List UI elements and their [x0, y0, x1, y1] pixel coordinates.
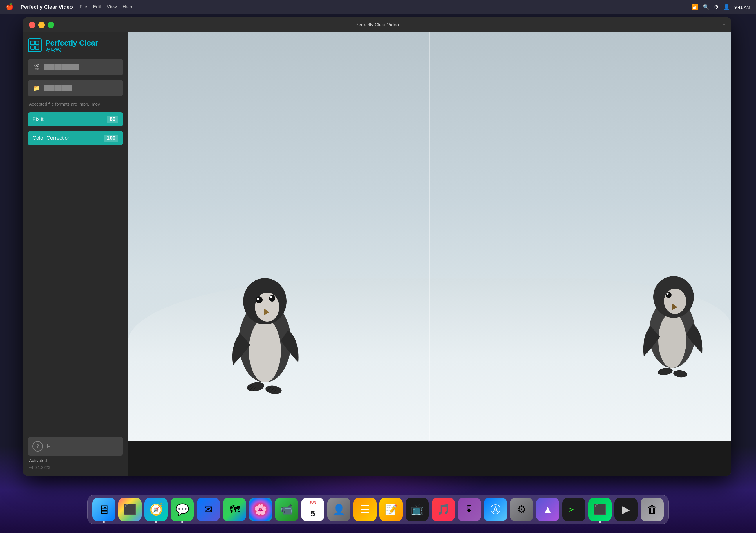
- dock-photos[interactable]: 🌸: [249, 498, 272, 521]
- logo-subtitle: By EyeQ: [45, 47, 98, 52]
- file-format-text: Accepted file formats are .mp4, .mov: [28, 101, 123, 108]
- logo-area: Perfectly Clear By EyeQ: [28, 38, 123, 55]
- dock-music[interactable]: 🎵: [432, 498, 455, 521]
- window-titlebar: Perfectly Clear Video ↑: [23, 17, 731, 33]
- color-correction-value: 100: [104, 135, 118, 142]
- status-text: Activated: [28, 458, 123, 463]
- fix-it-label: Fix it: [33, 116, 43, 122]
- dock-reminders[interactable]: ☰: [353, 498, 377, 521]
- dock-notes[interactable]: 📝: [379, 498, 403, 521]
- svg-rect-2: [31, 46, 34, 49]
- dock-screen-capture[interactable]: ⬛: [588, 498, 611, 521]
- menu-items: File Edit View Help: [80, 4, 132, 10]
- output-folder-button[interactable]: 📁 ████████: [28, 80, 123, 96]
- dock-calendar[interactable]: JUN 5: [301, 498, 324, 521]
- wifi-icon: 📶: [692, 4, 698, 10]
- svg-point-11: [270, 296, 272, 298]
- sidebar: Perfectly Clear By EyeQ 🎬 ██████████ 📁 █…: [23, 33, 128, 476]
- menu-item[interactable]: File: [80, 4, 87, 10]
- svg-rect-0: [31, 41, 34, 45]
- dock-finder[interactable]: 🖥: [92, 498, 116, 521]
- dock-facetime[interactable]: 📹: [275, 498, 298, 521]
- user-icon[interactable]: 👤: [723, 4, 730, 10]
- svg-point-19: [666, 293, 668, 295]
- svg-point-8: [256, 296, 262, 303]
- svg-point-18: [666, 292, 672, 298]
- time-display: 9:41 AM: [734, 5, 750, 10]
- titlebar-right: ↑: [723, 22, 725, 28]
- svg-rect-1: [35, 41, 39, 45]
- dock-appstore[interactable]: Ⓐ: [484, 498, 507, 521]
- svg-point-9: [257, 298, 259, 300]
- help-extra-icon: 🏳: [46, 444, 51, 449]
- import-video-button[interactable]: 🎬 ██████████: [28, 59, 123, 75]
- app-menu-name[interactable]: Perfectly Clear Video: [21, 4, 73, 10]
- svg-point-15: [658, 313, 686, 368]
- logo-title: Perfectly Clear: [45, 39, 98, 47]
- logo-icon: [28, 38, 42, 52]
- dock-webm-player[interactable]: ▶: [614, 498, 638, 521]
- color-correction-slider[interactable]: Color Correction 100: [28, 131, 123, 145]
- svg-point-20: [657, 367, 673, 376]
- sidebar-bottom: ? 🏳 Activated v4.0.1.2223: [28, 437, 123, 470]
- dock-launchpad[interactable]: ⬛: [118, 498, 142, 521]
- help-icon: ?: [33, 441, 43, 451]
- svg-point-13: [265, 385, 282, 395]
- dock-altair[interactable]: ▲: [536, 498, 559, 521]
- dock-appletv[interactable]: 📺: [406, 498, 429, 521]
- close-button[interactable]: [29, 22, 35, 28]
- dock-contacts[interactable]: 👤: [327, 498, 350, 521]
- menu-item[interactable]: Help: [123, 4, 132, 10]
- color-correction-label: Color Correction: [33, 135, 70, 141]
- bottom-bar: [128, 441, 731, 476]
- dock-podcasts[interactable]: 🎙: [458, 498, 481, 521]
- window-controls: [29, 22, 54, 28]
- logo-text: Perfectly Clear By EyeQ: [45, 39, 98, 52]
- search-menubar-icon[interactable]: 🔍: [703, 4, 709, 10]
- svg-point-21: [673, 369, 688, 378]
- dock-mail[interactable]: ✉: [197, 498, 220, 521]
- main-content: [128, 33, 731, 476]
- finder-active-dot: [103, 521, 105, 523]
- video-divider: [429, 33, 430, 441]
- window-body: Perfectly Clear By EyeQ 🎬 ██████████ 📁 █…: [23, 33, 731, 476]
- calendar-day: 5: [301, 509, 324, 519]
- maximize-button[interactable]: [47, 22, 54, 28]
- dock-terminal[interactable]: >_: [562, 498, 585, 521]
- version-text: v4.0.1.2223: [28, 465, 123, 470]
- apple-menu-icon[interactable]: 🍎: [6, 3, 14, 11]
- folder-icon: 📁: [33, 85, 40, 92]
- upload-icon: ↑: [723, 22, 725, 28]
- svg-point-10: [269, 295, 275, 302]
- dock-messages[interactable]: 💬: [171, 498, 194, 521]
- camera-icon: 🎬: [33, 64, 40, 71]
- window-title: Perfectly Clear Video: [355, 22, 399, 28]
- fix-it-slider[interactable]: Fix it 80: [28, 112, 123, 126]
- dock-trash[interactable]: 🗑: [640, 498, 664, 521]
- dock-system-preferences[interactable]: ⚙: [510, 498, 533, 521]
- fix-it-value: 80: [107, 116, 118, 123]
- main-window: Perfectly Clear Video ↑ Perfectly Cle: [23, 17, 731, 476]
- dock-safari[interactable]: 🧭: [145, 498, 168, 521]
- output-folder-label: ████████: [44, 85, 118, 91]
- help-row[interactable]: ? 🏳: [28, 437, 123, 456]
- svg-point-5: [249, 319, 281, 383]
- import-video-label: ██████████: [44, 65, 118, 70]
- calendar-month: JUN: [301, 500, 324, 505]
- minimize-button[interactable]: [38, 22, 45, 28]
- video-area: [128, 33, 731, 441]
- menubar: 🍎 Perfectly Clear Video File Edit View H…: [0, 0, 756, 14]
- control-center-icon[interactable]: ⚙: [714, 4, 718, 10]
- penguin-right: [637, 258, 707, 380]
- menubar-right-icons: 📶 🔍 ⚙ 👤 9:41 AM: [692, 4, 750, 10]
- menu-item[interactable]: Edit: [93, 4, 101, 10]
- menu-item[interactable]: View: [107, 4, 117, 10]
- safari-active-dot: [155, 521, 157, 523]
- penguin-left: [224, 255, 306, 400]
- dock: 🖥 ⬛ 🧭 💬 ✉ 🗺 🌸 📹 JUN 5 👤 ☰ 📝 📺: [87, 495, 669, 524]
- dock-maps[interactable]: 🗺: [223, 498, 246, 521]
- svg-rect-3: [35, 46, 39, 49]
- penguin-scene: [128, 33, 731, 441]
- messages-active-dot: [181, 521, 183, 523]
- screencap-active-dot: [599, 521, 601, 523]
